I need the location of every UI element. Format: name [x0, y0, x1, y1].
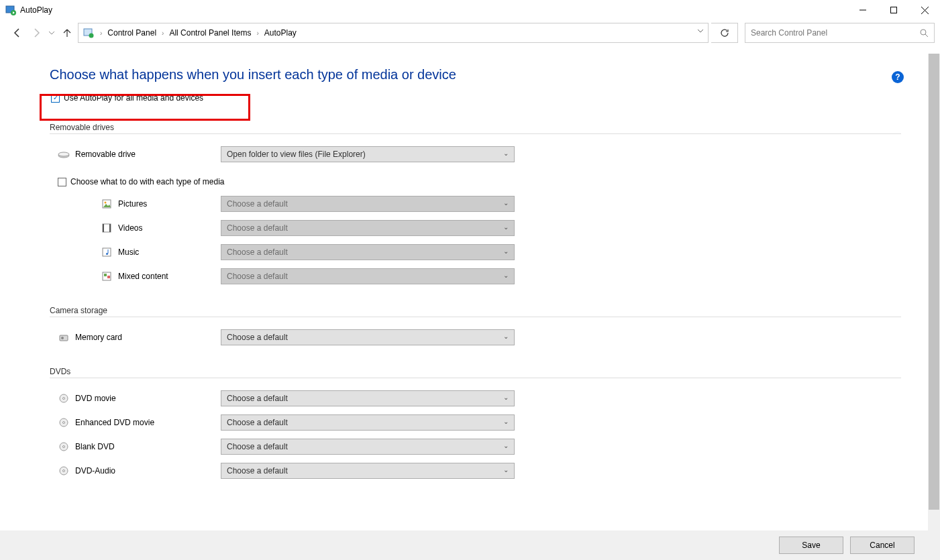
svg-point-13: [105, 202, 107, 204]
search-input[interactable]: [745, 23, 935, 43]
row-label: Mixed content: [118, 272, 168, 281]
section-title: Removable drives: [50, 123, 901, 132]
svg-rect-17: [103, 248, 111, 256]
row-label: DVD movie: [75, 394, 116, 403]
memory-card-combo[interactable]: Choose a default⌄: [221, 329, 515, 345]
search-icon: [919, 28, 929, 38]
close-button[interactable]: [909, 0, 940, 20]
combo-value: Open folder to view files (File Explorer…: [227, 150, 366, 159]
combo-value: Choose a default: [227, 223, 288, 233]
nav-back-button[interactable]: [9, 25, 25, 41]
chevron-down-icon[interactable]: [697, 27, 704, 34]
chevron-down-icon: ⌄: [503, 199, 509, 207]
svg-point-31: [63, 470, 65, 472]
disc-icon: [58, 465, 70, 477]
svg-point-29: [63, 446, 65, 448]
scrollbar-thumb[interactable]: [929, 54, 939, 510]
nav-forward-button[interactable]: [28, 25, 44, 41]
chevron-down-icon: ⌄: [503, 333, 509, 340]
nav-history-dropdown[interactable]: [47, 30, 56, 36]
help-icon[interactable]: ?: [892, 71, 904, 83]
combo-value: Choose a default: [227, 466, 288, 475]
row-label: Enhanced DVD movie: [75, 418, 154, 427]
combo-value: Choose a default: [227, 333, 288, 342]
pictures-icon: [101, 198, 113, 210]
autoplay-app-icon: [5, 5, 16, 15]
window-title: AutoPlay: [20, 5, 52, 15]
mixed-content-icon: [101, 270, 113, 282]
svg-rect-3: [891, 7, 897, 13]
svg-point-18: [106, 253, 108, 255]
search-field[interactable]: [751, 28, 919, 38]
chevron-down-icon: ⌄: [503, 394, 509, 401]
svg-rect-15: [103, 224, 104, 232]
choose-media-type-label: Choose what to do with each type of medi…: [70, 177, 224, 186]
row-label: DVD-Audio: [75, 466, 115, 475]
pictures-combo[interactable]: Choose a default⌄: [221, 196, 515, 212]
combo-value: Choose a default: [227, 442, 288, 451]
combo-value: Choose a default: [227, 394, 288, 403]
chevron-right-icon: ›: [256, 30, 258, 37]
nav-up-button[interactable]: [59, 25, 75, 41]
row-label: Blank DVD: [75, 442, 115, 451]
row-pictures: Pictures Choose a default⌄: [50, 193, 901, 215]
navbar: › Control Panel › All Control Panel Item…: [0, 20, 940, 46]
row-dvd-movie: DVD movie Choose a default⌄: [50, 388, 901, 409]
breadcrumb[interactable]: › Control Panel › All Control Panel Item…: [78, 23, 709, 43]
music-combo[interactable]: Choose a default⌄: [221, 244, 515, 260]
combo-value: Choose a default: [227, 272, 288, 281]
control-panel-icon: [83, 27, 95, 39]
svg-line-9: [925, 34, 928, 37]
combo-value: Choose a default: [227, 199, 288, 209]
chevron-down-icon: ⌄: [503, 223, 509, 231]
row-label: Memory card: [75, 333, 122, 342]
chevron-down-icon: ⌄: [503, 466, 509, 473]
row-memory-card: Memory card Choose a default⌄: [50, 327, 901, 348]
dvd-audio-combo[interactable]: Choose a default⌄: [221, 463, 515, 479]
maximize-button[interactable]: [878, 0, 909, 20]
removable-drive-combo[interactable]: Open folder to view files (File Explorer…: [221, 146, 515, 162]
section-dvds: DVDs DVD movie Choose a default⌄ Enhance…: [50, 367, 901, 482]
section-title: DVDs: [50, 367, 901, 376]
svg-rect-20: [104, 274, 107, 276]
row-blank-dvd: Blank DVD Choose a default⌄: [50, 436, 901, 457]
refresh-button[interactable]: [711, 23, 738, 43]
videos-icon: [101, 222, 113, 234]
row-removable-drive: Removable drive Open folder to view file…: [50, 144, 901, 165]
divider: [50, 133, 901, 134]
svg-point-27: [63, 422, 65, 424]
footer: Save Cancel: [0, 530, 940, 560]
save-button[interactable]: Save: [779, 537, 843, 554]
row-label: Removable drive: [75, 150, 136, 159]
chevron-down-icon: ⌄: [503, 418, 509, 425]
choose-media-type-checkbox[interactable]: [58, 178, 66, 186]
dvd-movie-combo[interactable]: Choose a default⌄: [221, 390, 515, 406]
memory-card-icon: [58, 331, 70, 343]
breadcrumb-item-control-panel[interactable]: Control Panel: [106, 27, 158, 39]
use-autoplay-checkbox[interactable]: [51, 94, 60, 103]
blank-dvd-combo[interactable]: Choose a default⌄: [221, 439, 515, 455]
svg-rect-21: [107, 276, 110, 278]
window-controls: [847, 0, 940, 20]
chevron-right-icon: ›: [100, 30, 102, 37]
row-music: Music Choose a default⌄: [50, 241, 901, 263]
chevron-down-icon: ⌄: [503, 247, 509, 255]
row-videos: Videos Choose a default⌄: [50, 217, 901, 239]
combo-value: Choose a default: [227, 247, 288, 257]
mixed-content-combo[interactable]: Choose a default⌄: [221, 268, 515, 284]
minimize-button[interactable]: [847, 0, 878, 20]
disc-icon: [58, 416, 70, 429]
breadcrumb-item-all-items[interactable]: All Control Panel Items: [168, 27, 252, 39]
row-mixed-content: Mixed content Choose a default⌄: [50, 266, 901, 287]
music-icon: [101, 246, 113, 258]
videos-combo[interactable]: Choose a default⌄: [221, 220, 515, 236]
cancel-button[interactable]: Cancel: [850, 537, 915, 554]
titlebar: AutoPlay: [0, 0, 940, 20]
svg-point-23: [61, 337, 64, 339]
vertical-scrollbar[interactable]: [928, 54, 940, 530]
enhanced-dvd-combo[interactable]: Choose a default⌄: [221, 414, 515, 431]
breadcrumb-item-autoplay[interactable]: AutoPlay: [263, 27, 298, 39]
svg-point-11: [58, 152, 69, 156]
divider: [50, 378, 901, 378]
row-dvd-audio: DVD-Audio Choose a default⌄: [50, 460, 901, 482]
